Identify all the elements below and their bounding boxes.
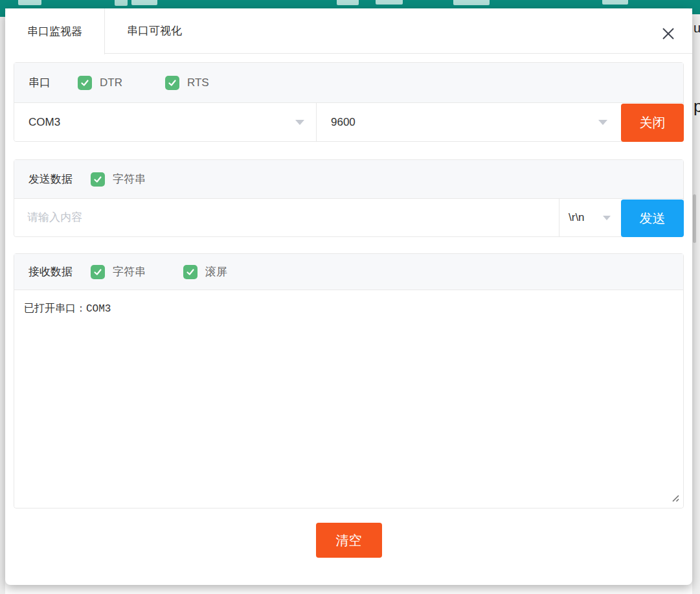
- serial-port-header: 串口 DTR RTS: [14, 63, 683, 103]
- serial-port-section: 串口 DTR RTS: [14, 62, 684, 142]
- rts-checkbox-group: RTS: [165, 76, 209, 90]
- send-data-section: 发送数据 字符串 \r\n 发送: [14, 159, 684, 237]
- page-header-bar: [0, 0, 700, 8]
- page-background-left: [0, 8, 5, 594]
- port-select-value: COM3: [28, 116, 60, 129]
- receive-string-checkbox-group: 字符串: [91, 264, 146, 279]
- check-icon: [168, 78, 177, 87]
- background-partial-text: p: [694, 98, 700, 115]
- chevron-down-icon: [603, 216, 611, 220]
- page-header-bar-right: [692, 8, 700, 14]
- close-icon[interactable]: [660, 25, 677, 42]
- send-string-checkbox-group: 字符串: [91, 172, 146, 187]
- send-string-label: 字符串: [113, 172, 146, 187]
- close-port-button[interactable]: 关闭: [621, 104, 684, 142]
- background-partial-text: u: [694, 21, 700, 34]
- autoscroll-label: 滚屏: [205, 264, 227, 279]
- port-select[interactable]: COM3: [14, 103, 317, 141]
- autoscroll-checkbox-group: 滚屏: [183, 264, 227, 279]
- tab-serial-monitor[interactable]: 串口监视器: [5, 8, 105, 54]
- check-icon: [93, 268, 102, 277]
- send-data-header: 发送数据 字符串: [14, 160, 683, 199]
- send-string-checkbox[interactable]: [91, 172, 105, 187]
- tab-label: 串口可视化: [127, 23, 182, 38]
- serial-port-row: COM3 9600 关闭: [14, 103, 683, 141]
- receive-data-header: 接收数据 字符串 滚屏: [14, 254, 683, 290]
- resize-handle-icon[interactable]: [670, 493, 680, 505]
- receive-output-prefix: 已打开串口：: [24, 303, 86, 314]
- autoscroll-checkbox[interactable]: [183, 265, 198, 279]
- receive-output-value: COM3: [86, 303, 111, 315]
- rts-label: RTS: [187, 76, 209, 89]
- send-button[interactable]: 发送: [621, 200, 684, 237]
- toolbar-fragment: [115, 0, 128, 6]
- chevron-down-icon: [295, 120, 304, 125]
- toolbar-fragment: [376, 0, 403, 5]
- send-data-label: 发送数据: [28, 172, 73, 187]
- tab-serial-visualization[interactable]: 串口可视化: [105, 8, 204, 53]
- line-ending-value: \r\n: [569, 211, 585, 224]
- clear-button[interactable]: 清空: [316, 523, 382, 558]
- line-ending-select[interactable]: \r\n: [559, 199, 618, 236]
- page-background-right: u p: [692, 8, 700, 594]
- baud-select[interactable]: 9600: [317, 103, 619, 141]
- toolbar-fragment: [602, 0, 628, 5]
- dialog-tabbar: 串口监视器 串口可视化: [5, 8, 692, 54]
- dtr-checkbox[interactable]: [78, 76, 92, 90]
- tab-label: 串口监视器: [27, 24, 82, 39]
- page-header-bar-left: [0, 8, 5, 17]
- send-input[interactable]: [14, 199, 559, 236]
- dtr-checkbox-group: DTR: [78, 76, 122, 90]
- receive-string-checkbox[interactable]: [91, 265, 105, 279]
- receive-data-label: 接收数据: [28, 264, 73, 279]
- dialog-content: 串口 DTR RTS: [5, 62, 692, 558]
- check-icon: [80, 78, 89, 87]
- check-icon: [93, 175, 102, 184]
- chevron-down-icon: [598, 120, 607, 125]
- toolbar-fragment: [131, 0, 157, 5]
- check-icon: [186, 268, 195, 277]
- toolbar-fragment: [18, 0, 41, 5]
- receive-output-textarea[interactable]: 已打开串口：COM3: [14, 290, 683, 508]
- rts-checkbox[interactable]: [165, 76, 179, 90]
- toolbar-fragment: [453, 0, 490, 5]
- send-data-row: \r\n 发送: [14, 199, 683, 236]
- dtr-label: DTR: [100, 76, 122, 89]
- serial-monitor-dialog: 串口监视器 串口可视化 串口 DTR: [5, 8, 692, 585]
- serial-port-label: 串口: [28, 75, 51, 90]
- toolbar-fragment: [337, 0, 359, 5]
- page-scrollbar-thumb[interactable]: [693, 194, 696, 243]
- receive-data-section: 接收数据 字符串 滚屏: [14, 253, 684, 508]
- receive-string-label: 字符串: [113, 264, 146, 279]
- baud-select-value: 9600: [331, 116, 356, 129]
